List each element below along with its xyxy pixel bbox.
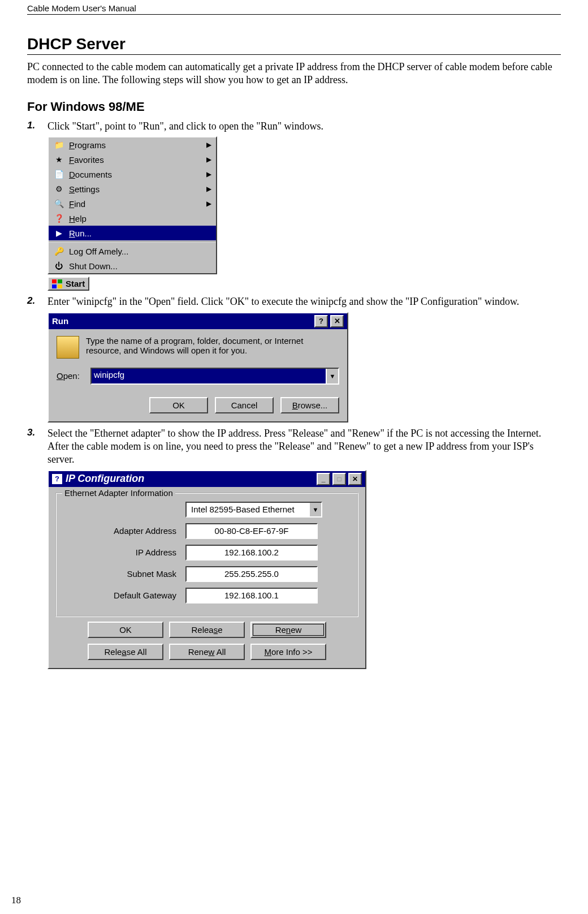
ip-address-label: IP Address [63, 547, 185, 557]
maximize-button: □ [332, 473, 346, 485]
ip-address-value: 192.168.100.2 [185, 545, 318, 561]
run-titlebar[interactable]: Run ? ✕ [49, 313, 347, 329]
close-button[interactable]: ✕ [348, 473, 362, 485]
ip-config-dialog: ? IP Configuration _ □ ✕ Ethernet Adapte… [47, 470, 366, 669]
renew-all-button[interactable]: Renew All [169, 644, 245, 660]
programs-icon: 📁 [53, 139, 64, 150]
logoff-icon: 🔑 [53, 245, 64, 257]
start-menu-item-find[interactable]: 🔍 Find ▶ [49, 196, 216, 211]
subnet-mask-value: 255.255.255.0 [185, 566, 318, 582]
settings-icon: ⚙ [53, 183, 64, 195]
menu-label: Run... [69, 228, 92, 238]
step-2-text: Enter "winipcfg" in the "Open" field. Cl… [47, 295, 561, 308]
start-menu-item-help[interactable]: ❓ Help [49, 211, 216, 226]
start-menu-item-logoff[interactable]: 🔑 Log Off Amely... [49, 244, 216, 258]
start-button[interactable]: Start [47, 277, 89, 291]
minimize-button[interactable]: _ [317, 473, 330, 485]
group-legend: Ethernet Adapter Information [62, 488, 175, 498]
start-button-label: Start [66, 279, 85, 288]
dropdown-icon[interactable]: ▼ [309, 503, 321, 516]
ok-button[interactable]: OK [88, 622, 163, 638]
gateway-label: Default Gateway [63, 590, 185, 600]
shutdown-icon: ⏻ [53, 260, 64, 271]
run-title-text: Run [52, 316, 68, 326]
menu-label: Settings [69, 184, 100, 194]
start-menu-item-programs[interactable]: 📁 Programs ▶ [49, 137, 216, 152]
open-combobox[interactable]: winipcfg ▼ [90, 368, 339, 385]
open-value: winipcfg [92, 369, 326, 383]
subnet-mask-label: Subnet Mask [63, 569, 185, 579]
menu-label: Find [69, 199, 85, 209]
open-label: Open: [57, 371, 80, 381]
start-menu-item-documents[interactable]: 📄 Documents ▶ [49, 167, 216, 182]
start-menu-item-shutdown[interactable]: ⏻ Shut Down... [49, 258, 216, 273]
start-menu-item-favorites[interactable]: ★ Favorites ▶ [49, 152, 216, 167]
help-icon: ❓ [53, 213, 64, 224]
start-menu-item-settings[interactable]: ⚙ Settings ▶ [49, 182, 216, 196]
menu-label: Favorites [69, 155, 104, 165]
documents-icon: 📄 [53, 169, 64, 180]
menu-divider [49, 242, 216, 243]
ipcfg-title-icon: ? [52, 474, 62, 484]
ok-button[interactable]: OK [149, 397, 208, 413]
menu-label: Shut Down... [69, 261, 118, 271]
submenu-arrow-icon: ▶ [206, 170, 211, 178]
step-3-text: Select the "Ethernet adapter" to show th… [47, 427, 561, 467]
section-intro: PC connected to the cable modem can auto… [27, 61, 561, 87]
cancel-button[interactable]: Cancel [215, 397, 274, 413]
section-title: DHCP Server [27, 35, 561, 55]
run-help-text: Type the name of a program, folder, docu… [86, 336, 339, 359]
help-button[interactable]: ? [314, 315, 328, 327]
renew-button[interactable]: Renew [250, 622, 326, 638]
page-number: 18 [11, 895, 21, 906]
step-number: 1. [27, 120, 47, 131]
more-info-button[interactable]: More Info >> [250, 644, 326, 660]
submenu-arrow-icon: ▶ [206, 141, 211, 149]
find-icon: 🔍 [53, 198, 64, 209]
menu-label: Documents [69, 170, 112, 179]
adapter-address-value: 00-80-C8-EF-67-9F [185, 523, 318, 539]
menu-label: Help [69, 214, 87, 223]
submenu-arrow-icon: ▶ [206, 185, 211, 193]
subsection-title: For Windows 98/ME [27, 100, 561, 114]
step-number: 3. [27, 427, 47, 438]
browse-button[interactable]: Browse... [280, 397, 339, 413]
run-dialog: Run ? ✕ Type the name of a program, fold… [47, 312, 348, 422]
adapter-selected-value: Intel 82595-Based Ethernet [191, 505, 295, 514]
windows-logo-icon [52, 279, 62, 288]
menu-label: Log Off Amely... [69, 247, 128, 256]
favorites-icon: ★ [53, 154, 64, 165]
adapter-select[interactable]: Intel 82595-Based Ethernet ▼ [185, 502, 322, 518]
start-menu: 📁 Programs ▶ ★ Favorites ▶ 📄 [47, 136, 217, 291]
submenu-arrow-icon: ▶ [206, 200, 211, 208]
gateway-value: 192.168.100.1 [185, 588, 318, 603]
close-button[interactable]: ✕ [330, 315, 344, 327]
menu-label: Programs [69, 140, 106, 150]
submenu-arrow-icon: ▶ [206, 156, 211, 163]
run-icon: ▶ [53, 227, 64, 239]
step-1-text: Click "Start", point to "Run", and click… [47, 120, 561, 133]
ipcfg-title-text: IP Configuration [66, 473, 144, 485]
adapter-address-label: Adapter Address [63, 526, 185, 536]
adapter-info-group: Ethernet Adapter Information Intel 82595… [55, 493, 358, 617]
dropdown-icon[interactable]: ▼ [326, 369, 338, 383]
ipcfg-titlebar[interactable]: ? IP Configuration _ □ ✕ [49, 471, 365, 487]
step-number: 2. [27, 295, 47, 307]
release-button[interactable]: Release [169, 622, 245, 638]
page-header: Cable Modem User's Manual [27, 0, 561, 15]
release-all-button[interactable]: Release All [88, 644, 163, 660]
start-menu-item-run[interactable]: ▶ Run... [49, 226, 216, 240]
run-dialog-icon [57, 336, 79, 359]
